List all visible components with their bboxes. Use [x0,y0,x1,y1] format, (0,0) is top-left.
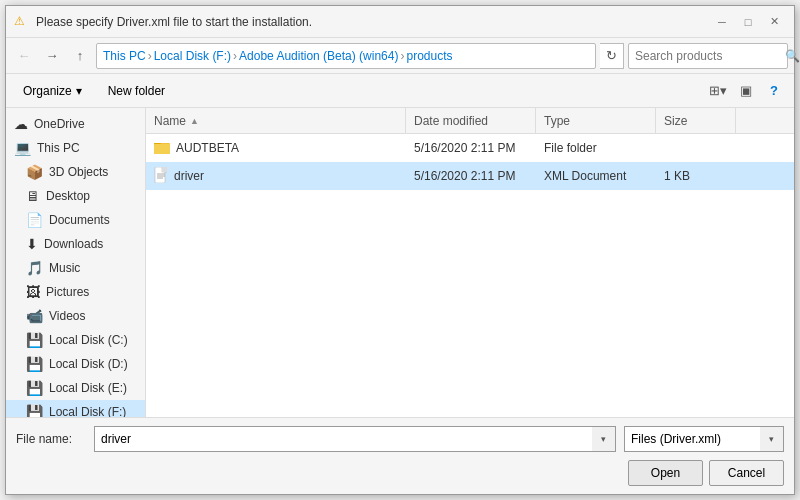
forward-button[interactable]: → [40,44,64,68]
local-c-icon: 💾 [26,332,43,348]
minimize-button[interactable]: ─ [710,12,734,32]
toolbar: Organize ▾ New folder ⊞▾ ▣ ? [6,74,794,108]
3d-objects-label: 3D Objects [49,165,108,179]
local-d-label: Local Disk (D:) [49,357,128,371]
close-button[interactable]: ✕ [762,12,786,32]
sidebar: ☁OneDrive💻This PC📦3D Objects🖥Desktop📄Doc… [6,108,146,417]
filetype-wrapper: Files (Driver.xml) ▾ [624,426,784,452]
open-button[interactable]: Open [628,460,703,486]
documents-icon: 📄 [26,212,43,228]
local-d-icon: 💾 [26,356,43,372]
back-button[interactable]: ← [12,44,36,68]
new-folder-button[interactable]: New folder [99,78,174,104]
path-adobe: Adobe Audition (Beta) (win64) › [239,49,406,63]
search-box[interactable]: 🔍 [628,43,788,69]
help-button[interactable]: ? [762,79,786,103]
dialog-icon: ⚠ [14,14,30,30]
maximize-button[interactable]: □ [736,12,760,32]
desktop-label: Desktop [46,189,90,203]
file-row[interactable]: driver5/16/2020 2:11 PMXML Document1 KB [146,162,794,190]
file-cell-size [656,134,736,162]
path-local-disk: Local Disk (F:) › [154,49,239,63]
main-content: ☁OneDrive💻This PC📦3D Objects🖥Desktop📄Doc… [6,108,794,417]
toolbar-right: ⊞▾ ▣ ? [706,79,786,103]
documents-label: Documents [49,213,110,227]
address-path[interactable]: This PC › Local Disk (F:) › Adobe Auditi… [96,43,596,69]
filename-dropdown-button[interactable]: ▾ [592,426,616,452]
address-bar: ← → ↑ This PC › Local Disk (F:) › Adobe … [6,38,794,74]
sidebar-item-local-d[interactable]: 💾Local Disk (D:) [6,352,145,376]
column-type[interactable]: Type [536,108,656,133]
column-size[interactable]: Size [656,108,736,133]
refresh-button[interactable]: ↻ [600,43,624,69]
filename-row: File name: ▾ Files (Driver.xml) ▾ [16,426,784,452]
column-date[interactable]: Date modified [406,108,536,133]
file-name-text: AUDTBETA [176,141,239,155]
file-name-text: driver [174,169,204,183]
preview-pane-button[interactable]: ▣ [734,79,758,103]
organize-button[interactable]: Organize ▾ [14,78,91,104]
pictures-label: Pictures [46,285,89,299]
bottom-bar: File name: ▾ Files (Driver.xml) ▾ Open C… [6,417,794,494]
dialog-title: Please specify Driver.xml file to start … [36,15,710,29]
this-pc-label: This PC [37,141,80,155]
sidebar-item-music[interactable]: 🎵Music [6,256,145,280]
sidebar-item-downloads[interactable]: ⬇Downloads [6,232,145,256]
local-f-icon: 💾 [26,404,43,417]
onedrive-label: OneDrive [34,117,85,131]
title-bar: ⚠ Please specify Driver.xml file to star… [6,6,794,38]
file-cell-date: 5/16/2020 2:11 PM [406,162,536,190]
videos-label: Videos [49,309,85,323]
3d-objects-icon: 📦 [26,164,43,180]
sort-arrow-icon: ▲ [190,116,199,126]
sidebar-item-3d-objects[interactable]: 📦3D Objects [6,160,145,184]
filename-input[interactable] [94,426,616,452]
filename-input-wrapper: ▾ [94,426,616,452]
videos-icon: 📹 [26,308,43,324]
local-f-label: Local Disk (F:) [49,405,126,417]
file-cell-size: 1 KB [656,162,736,190]
up-button[interactable]: ↑ [68,44,92,68]
local-e-label: Local Disk (E:) [49,381,127,395]
folder-icon [154,140,170,157]
cancel-button[interactable]: Cancel [709,460,784,486]
organize-arrow-icon: ▾ [76,84,82,98]
window-controls: ─ □ ✕ [710,12,786,32]
file-list-container: Name ▲ Date modified Type Size AUDTBETA5… [146,108,794,417]
sidebar-item-local-f[interactable]: 💾Local Disk (F:) [6,400,145,417]
sidebar-item-documents[interactable]: 📄Documents [6,208,145,232]
this-pc-icon: 💻 [14,140,31,156]
svg-rect-2 [154,144,170,154]
search-input[interactable] [635,49,785,63]
file-cell-type: XML Document [536,162,656,190]
sidebar-item-local-e[interactable]: 💾Local Disk (E:) [6,376,145,400]
sidebar-item-this-pc[interactable]: 💻This PC [6,136,145,160]
local-c-label: Local Disk (C:) [49,333,128,347]
file-cell-name: AUDTBETA [146,134,406,162]
preview-icon: ▣ [740,83,752,98]
sidebar-item-onedrive[interactable]: ☁OneDrive [6,112,145,136]
downloads-icon: ⬇ [26,236,38,252]
file-list-header: Name ▲ Date modified Type Size [146,108,794,134]
file-icon [154,167,168,186]
file-list: AUDTBETA5/16/2020 2:11 PMFile folder dri… [146,134,794,417]
column-name[interactable]: Name ▲ [146,108,406,133]
sidebar-item-videos[interactable]: 📹Videos [6,304,145,328]
music-icon: 🎵 [26,260,43,276]
path-products: products [406,49,452,63]
svg-rect-5 [162,167,167,172]
file-cell-name: driver [146,162,406,190]
path-this-pc: This PC › [103,49,154,63]
onedrive-icon: ☁ [14,116,28,132]
downloads-label: Downloads [44,237,103,251]
filetype-select[interactable]: Files (Driver.xml) [624,426,784,452]
organize-label: Organize [23,84,72,98]
help-icon: ? [770,83,778,98]
pictures-icon: 🖼 [26,284,40,300]
view-options-button[interactable]: ⊞▾ [706,79,730,103]
grid-icon: ⊞ [709,83,720,98]
sidebar-item-local-c[interactable]: 💾Local Disk (C:) [6,328,145,352]
file-row[interactable]: AUDTBETA5/16/2020 2:11 PMFile folder [146,134,794,162]
sidebar-item-desktop[interactable]: 🖥Desktop [6,184,145,208]
sidebar-item-pictures[interactable]: 🖼Pictures [6,280,145,304]
